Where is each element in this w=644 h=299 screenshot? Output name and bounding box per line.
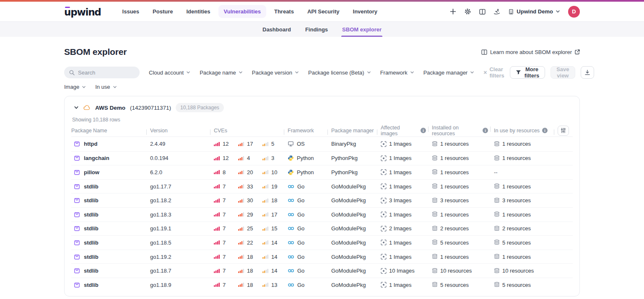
filter-package-license-beta[interactable]: Package license (Beta): [308, 70, 371, 76]
account-id: (142390711371): [130, 105, 171, 111]
affected-images-cell: 3 Images: [381, 197, 432, 204]
filter-image[interactable]: Image: [64, 84, 86, 90]
account-group-header[interactable]: AWS Demo (142390711371) 10,188 Packages: [71, 101, 573, 113]
layers-icon: [432, 268, 438, 274]
installed-resources-cell: 1 resources: [432, 169, 494, 175]
nav-item-api-security[interactable]: API Security: [302, 5, 345, 18]
affected-images-cell: 1 Images: [381, 155, 432, 161]
high-cves: 18: [238, 254, 262, 260]
tab-dashboard[interactable]: Dashboard: [257, 22, 297, 37]
version-cell: go1.17.7: [150, 183, 214, 190]
python-icon: [288, 169, 294, 175]
download-button[interactable]: [581, 66, 594, 79]
column-settings-icon[interactable]: [558, 126, 569, 136]
save-view-button[interactable]: Save view: [551, 66, 575, 79]
package-manager-cell: GoModulePkg: [331, 183, 381, 190]
nav-item-vulnerabilities[interactable]: Vulnerabilities: [218, 5, 266, 18]
package-icon: [74, 254, 80, 260]
package-icon: [74, 240, 80, 246]
table-row[interactable]: stdlibgo1.18.971813GoGoModulePkg1 Images…: [71, 278, 573, 292]
version-cell: 2.4.49: [150, 141, 214, 147]
image-scan-icon: [381, 282, 387, 288]
package-icon: [74, 197, 80, 204]
filter-package-version[interactable]: Package version: [252, 70, 299, 76]
package-icon: [74, 225, 80, 232]
table-row[interactable]: stdlibgo1.17.773319GoGoModulePkg1 Images…: [71, 179, 573, 193]
table-row[interactable]: stdlibgo1.19.271814GoGoModulePkg1 Images…: [71, 250, 573, 264]
in-use-resources-cell: 1 resources: [494, 211, 558, 218]
medium-cves: 18: [262, 197, 287, 204]
table-row[interactable]: pillow6.2.082010PythonPythonPkg1 Images1…: [71, 165, 573, 179]
info-icon[interactable]: i: [483, 128, 488, 133]
learn-more-link[interactable]: Learn more about SBOM explorer: [481, 49, 580, 55]
high-cves: 30: [238, 197, 262, 204]
image-scan-icon: [381, 183, 387, 189]
table-row[interactable]: langchain0.0.1941243PythonPythonPkg1 Ima…: [71, 151, 573, 165]
in-use-resources-cell: 1 resources: [494, 155, 558, 161]
nav-item-posture[interactable]: Posture: [147, 5, 178, 18]
org-switcher[interactable]: Upwind Demo: [508, 8, 560, 15]
filter-framework[interactable]: Framework: [380, 70, 414, 76]
add-icon[interactable]: [450, 8, 456, 15]
table-row[interactable]: stdlibgo1.18.771814GoGoModulePkg10 Image…: [71, 263, 573, 278]
filter-in-use[interactable]: In use: [95, 84, 117, 90]
filter-package-name[interactable]: Package name: [200, 70, 243, 76]
high-cves: 18: [238, 268, 262, 274]
critical-cves: 7: [214, 197, 238, 204]
upwind-logo[interactable]: upwind: [64, 5, 101, 18]
side-panel-icon[interactable]: [479, 9, 486, 15]
logo-macron: [65, 7, 70, 8]
version-cell: go1.19.1: [150, 225, 214, 232]
installed-resources-cell: 1 resources: [432, 141, 494, 147]
nav-item-issues[interactable]: Issues: [117, 5, 145, 18]
package-icon: [74, 183, 80, 190]
more-filters-button[interactable]: More filters: [510, 66, 545, 79]
tab-findings[interactable]: Findings: [299, 22, 334, 37]
nav-item-inventory[interactable]: Inventory: [348, 5, 383, 18]
column-header-framework: Framework: [288, 128, 331, 134]
package-manager-cell: GoModulePkg: [331, 268, 381, 274]
column-header-package-name: Package Name: [71, 128, 150, 134]
table-header-row: Package NameVersionCVEsFrameworkPackage …: [71, 124, 573, 137]
framework-cell: Python: [288, 155, 331, 161]
layers-icon: [432, 226, 438, 232]
search-input[interactable]: [64, 67, 140, 78]
user-avatar[interactable]: D: [568, 6, 580, 18]
settings-gear-icon[interactable]: [464, 8, 471, 15]
cves-cell: 71813: [214, 282, 288, 288]
layers-icon: [494, 155, 500, 161]
info-icon[interactable]: i: [421, 128, 426, 133]
nav-item-identities[interactable]: Identities: [181, 5, 216, 18]
affected-images-cell: 1 Images: [381, 183, 432, 190]
filter-cloud-account[interactable]: Cloud account: [149, 70, 190, 76]
layers-icon: [494, 254, 500, 260]
table-row[interactable]: stdlibgo1.18.273018GoGoModulePkg3 Images…: [71, 193, 573, 207]
framework-cell: Go: [288, 240, 331, 246]
nav-item-threats[interactable]: Threats: [269, 5, 299, 18]
affected-images-cell: 1 Images: [381, 211, 432, 218]
tab-sbom-explorer[interactable]: SBOM explorer: [336, 22, 387, 37]
search-field[interactable]: [78, 70, 132, 76]
framework-cell: Go: [288, 197, 331, 204]
column-header-settings: [558, 126, 575, 136]
getting-started-surfer-icon[interactable]: [493, 8, 500, 15]
go-icon: [288, 212, 294, 217]
chevron-down-icon[interactable]: [74, 105, 79, 110]
layers-icon: [494, 240, 500, 245]
go-icon: [288, 254, 294, 260]
clear-filters-button[interactable]: × Clear filters: [483, 66, 504, 79]
table-row[interactable]: stdlibgo1.18.372917GoGoModulePkg1 Images…: [71, 207, 573, 222]
high-cves-bars-icon: [238, 269, 244, 273]
medium-cves: 13: [262, 282, 287, 288]
info-icon[interactable]: i: [542, 128, 548, 133]
in-use-resources-cell: 1 resources: [494, 183, 558, 190]
table-row[interactable]: httpd2.4.4912175OSBinaryPkg1 Images1 res…: [71, 137, 573, 151]
chevron-down-icon: [470, 70, 474, 75]
filter-package-manager[interactable]: Package manager: [423, 70, 475, 76]
table-row[interactable]: stdlibgo1.18.572214GoGoModulePkg1 Images…: [71, 235, 573, 250]
table-row[interactable]: stdlibgo1.19.172515GoGoModulePkg2 Images…: [71, 222, 573, 236]
image-scan-icon: [381, 169, 387, 175]
chevron-down-icon: [82, 85, 86, 89]
layers-icon: [432, 254, 438, 260]
in-use-resources-cell: 1 resources: [494, 141, 558, 147]
